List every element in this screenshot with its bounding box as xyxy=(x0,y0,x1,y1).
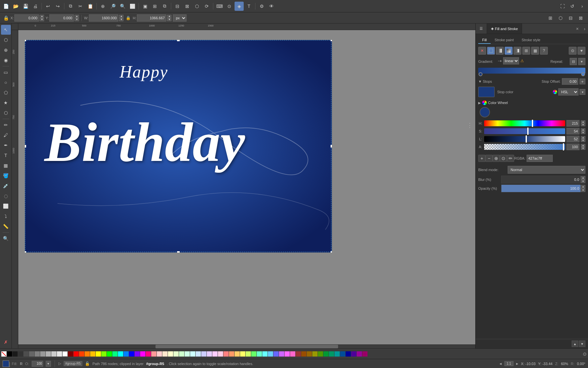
palette-swatch[interactable] xyxy=(285,351,290,357)
a-up-button[interactable]: ▲ xyxy=(581,144,585,147)
fill-none-button[interactable]: ✕ xyxy=(478,47,486,55)
gradient-type-select[interactable]: linear radial xyxy=(503,57,519,64)
palette-swatch[interactable] xyxy=(85,351,90,357)
a-down-button[interactable]: ▼ xyxy=(581,147,585,150)
l-value-input[interactable] xyxy=(566,136,580,142)
canvas-area[interactable]: 0 215 500 750 1000 1250 1500 250 500 750… xyxy=(12,24,475,348)
zoom-in-button[interactable]: 🔎 xyxy=(108,2,117,11)
h-value-input[interactable] xyxy=(566,120,580,127)
palette-swatch[interactable] xyxy=(246,351,251,357)
h-scrollbar[interactable] xyxy=(18,344,475,348)
pencil-tool[interactable]: ✏ xyxy=(1,120,11,130)
palette-swatch-magenta[interactable] xyxy=(140,351,145,357)
shapes-tool[interactable]: ◉ xyxy=(1,55,11,65)
zoom-in-tool[interactable]: 🔍 xyxy=(1,234,11,243)
palette-swatch-white[interactable] xyxy=(62,351,68,357)
paste-button[interactable]: 📋 xyxy=(86,2,95,11)
opacity-up-button[interactable]: ▲ xyxy=(581,185,585,188)
fill-option2-button[interactable]: ♥ xyxy=(578,47,585,55)
palette-swatch[interactable] xyxy=(307,351,312,357)
pen-tool[interactable]: 🖊 xyxy=(1,130,11,140)
y-down[interactable]: ▼ xyxy=(74,18,79,21)
lock-layer-button[interactable]: 🔓 xyxy=(85,361,90,366)
s-slider[interactable] xyxy=(484,128,565,134)
palette-swatch[interactable] xyxy=(223,351,229,357)
handle-br[interactable] xyxy=(331,251,332,253)
s-value-input[interactable] xyxy=(566,128,580,134)
open-button[interactable]: 📂 xyxy=(11,2,20,11)
more-actions-button[interactable]: ⋮ xyxy=(467,122,473,129)
palette-swatch[interactable] xyxy=(101,351,106,357)
h-down[interactable]: ▼ xyxy=(167,18,172,21)
fill-linear-button[interactable] xyxy=(496,47,504,55)
stop-color-swatch[interactable] xyxy=(478,87,495,97)
cut-button[interactable]: ✂ xyxy=(76,2,85,11)
fill-mesh-button[interactable] xyxy=(514,47,521,55)
ungroup-button[interactable]: ⊞ xyxy=(150,2,159,11)
opacity-status-input[interactable] xyxy=(32,361,43,367)
palette-no-color[interactable] xyxy=(1,351,7,357)
unit-select[interactable]: px xyxy=(173,14,187,22)
panel-scroll-down-button[interactable]: ▼ xyxy=(579,341,585,347)
palette-swatch-green[interactable] xyxy=(107,351,112,357)
stops-toggle-button[interactable]: ▼ Stops xyxy=(478,79,492,83)
handle-bl[interactable] xyxy=(25,251,26,253)
lock-button[interactable]: 🔒 xyxy=(3,15,9,21)
palette-swatch[interactable] xyxy=(212,351,218,357)
palette-swatch[interactable] xyxy=(40,351,45,357)
fill-flat-button[interactable] xyxy=(487,47,495,55)
link-stops-button[interactable]: ⊙ xyxy=(500,155,507,162)
color-swatch-ball[interactable] xyxy=(480,107,490,117)
settings-button[interactable]: ⚙ xyxy=(257,2,266,11)
palette-swatch[interactable] xyxy=(218,351,223,357)
handle-ml[interactable] xyxy=(25,145,26,148)
a-slider-thumb[interactable] xyxy=(563,143,564,150)
fill-pattern-button[interactable]: ⊞ xyxy=(522,47,530,55)
aspect-lock-button[interactable]: 🔒 xyxy=(125,15,131,21)
rgba-input[interactable] xyxy=(527,155,553,162)
refresh-button[interactable]: ↺ xyxy=(568,2,577,11)
h-slider-thumb[interactable] xyxy=(532,120,533,127)
remove-stop-button[interactable]: − xyxy=(485,155,493,162)
opacity-status-stepper[interactable]: ▼ xyxy=(46,361,51,367)
add-stop-button[interactable]: + xyxy=(478,155,485,162)
palette-swatch[interactable] xyxy=(312,351,318,357)
l-down-button[interactable]: ▼ xyxy=(581,139,585,142)
gradient-stop-left[interactable] xyxy=(479,72,482,76)
color-mode-dropdown[interactable]: ▾ xyxy=(580,89,585,95)
circle-tool[interactable]: ○ xyxy=(1,78,11,87)
panel-expand-button[interactable]: › xyxy=(581,24,588,34)
color-wheel-header[interactable]: ▶ Color Wheel xyxy=(478,100,585,106)
stroke-style-tab[interactable]: Stroke style xyxy=(518,37,544,44)
fill-option1-button[interactable]: ⊙ xyxy=(569,47,577,55)
l-slider[interactable] xyxy=(484,136,565,142)
eraser-tool[interactable]: ⬜ xyxy=(1,201,11,211)
panel-close-button[interactable]: × xyxy=(573,24,581,34)
x-down[interactable]: ▼ xyxy=(40,18,44,21)
next-button[interactable]: ▸ xyxy=(516,361,518,366)
blur-bar[interactable]: 0.0 xyxy=(501,176,581,184)
calligraphy-tool[interactable]: ✒ xyxy=(1,140,11,150)
palette-swatch[interactable] xyxy=(185,351,190,357)
zoom-tool[interactable]: ⊕ xyxy=(1,45,11,55)
measure-tool[interactable]: 📏 xyxy=(1,221,11,231)
palette-swatch[interactable] xyxy=(201,351,206,357)
palette-scroll-button[interactable]: ⊙ xyxy=(583,351,587,357)
stop-offset-plus-button[interactable]: + xyxy=(580,79,585,84)
palette-swatch[interactable] xyxy=(229,351,234,357)
handle-tl[interactable] xyxy=(25,40,26,41)
palette-swatch[interactable] xyxy=(296,351,301,357)
palette-swatch[interactable] xyxy=(240,351,245,357)
distribute-button[interactable]: ⊠ xyxy=(183,2,192,11)
gradient-bar-container[interactable] xyxy=(478,68,585,74)
transform-button[interactable]: ⟳ xyxy=(202,2,211,11)
palette-swatch[interactable] xyxy=(135,351,140,357)
object-properties-button[interactable]: ⊙ xyxy=(225,2,234,11)
palette-swatch[interactable] xyxy=(68,351,73,357)
text-tool[interactable]: T xyxy=(1,150,11,160)
l-up-button[interactable]: ▲ xyxy=(581,136,585,139)
palette-swatch[interactable] xyxy=(18,351,23,357)
palette-swatch[interactable] xyxy=(357,351,362,357)
palette-swatch[interactable] xyxy=(257,351,262,357)
a-value-input[interactable] xyxy=(566,144,580,150)
